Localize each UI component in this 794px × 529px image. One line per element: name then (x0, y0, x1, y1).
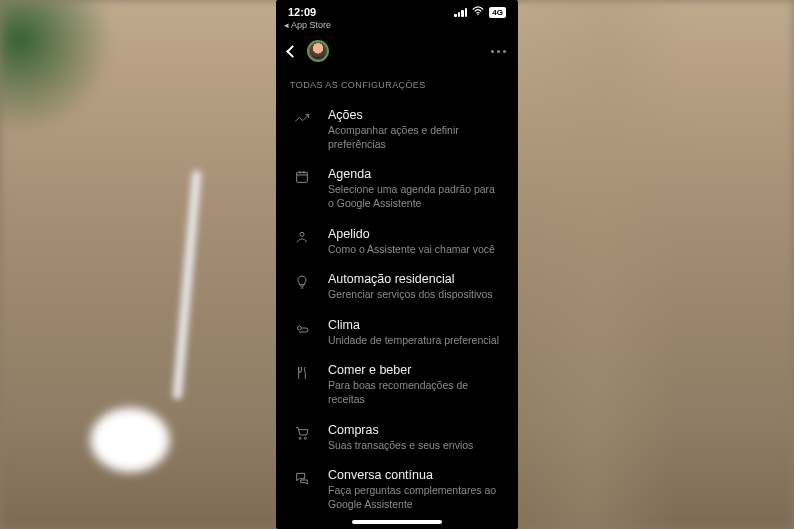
wifi-icon (472, 6, 484, 18)
back-link-label: App Store (291, 20, 331, 30)
item-sub: Suas transações e seus envios (328, 439, 502, 453)
svg-point-6 (297, 326, 301, 330)
item-sub: Faça perguntas complementares ao Google … (328, 484, 502, 511)
phone-frame: 12:09 4G ◂ App Store TODAS AS CONFIGURAÇ… (276, 0, 518, 529)
item-title: Automação residencial (328, 272, 502, 286)
svg-point-8 (304, 437, 306, 439)
nav-bar (276, 34, 518, 74)
trend-icon (294, 110, 310, 126)
item-title: Apelido (328, 227, 502, 241)
network-badge: 4G (489, 7, 506, 18)
calendar-icon (294, 169, 310, 185)
back-triangle-icon: ◂ (284, 20, 289, 30)
status-time: 12:09 (288, 6, 316, 18)
weather-icon (294, 320, 310, 336)
item-apelido[interactable]: Apelido Como o Assistente vai chamar voc… (280, 219, 514, 265)
back-to-appstore[interactable]: ◂ App Store (276, 20, 518, 34)
section-title: TODAS AS CONFIGURAÇÕES (276, 74, 518, 100)
item-automacao[interactable]: Automação residencial Gerenciar serviços… (280, 264, 514, 310)
item-title: Comer e beber (328, 363, 502, 377)
item-title: Agenda (328, 167, 502, 181)
item-sub: Selecione uma agenda padrão para o Googl… (328, 183, 502, 210)
item-sub: Acompanhar ações e definir preferências (328, 124, 502, 151)
item-title: Clima (328, 318, 502, 332)
back-button[interactable] (286, 45, 299, 58)
svg-rect-1 (297, 173, 308, 183)
item-compras[interactable]: Compras Suas transações e seus envios (280, 415, 514, 461)
item-acoes[interactable]: Ações Acompanhar ações e definir preferê… (280, 100, 514, 159)
svg-point-0 (478, 14, 480, 16)
item-sub: Para boas recomendações de receitas (328, 379, 502, 406)
bulb-icon (294, 274, 310, 290)
item-agenda[interactable]: Agenda Selecione uma agenda padrão para … (280, 159, 514, 218)
item-title: Ações (328, 108, 502, 122)
svg-point-5 (300, 232, 304, 236)
person-icon (294, 229, 310, 245)
home-indicator[interactable] (352, 520, 442, 524)
item-conversa[interactable]: Conversa contínua Faça perguntas complem… (280, 460, 514, 519)
item-sub: Gerenciar serviços dos dispositivos (328, 288, 502, 302)
chat-icon (294, 470, 310, 486)
item-comer[interactable]: Comer e beber Para boas recomendações de… (280, 355, 514, 414)
cart-icon (294, 425, 310, 441)
item-clima[interactable]: Clima Unidade de temperatura preferencia… (280, 310, 514, 356)
item-title: Conversa contínua (328, 468, 502, 482)
avatar[interactable] (307, 40, 329, 62)
more-icon[interactable] (491, 50, 506, 53)
item-sub: Unidade de temperatura preferencial (328, 334, 502, 348)
signal-icon (454, 8, 467, 17)
food-icon (294, 365, 310, 381)
item-sub: Como o Assistente vai chamar você (328, 243, 502, 257)
item-title: Compras (328, 423, 502, 437)
status-bar: 12:09 4G (276, 0, 518, 20)
svg-point-7 (299, 437, 301, 439)
settings-list: Ações Acompanhar ações e definir preferê… (276, 100, 518, 529)
